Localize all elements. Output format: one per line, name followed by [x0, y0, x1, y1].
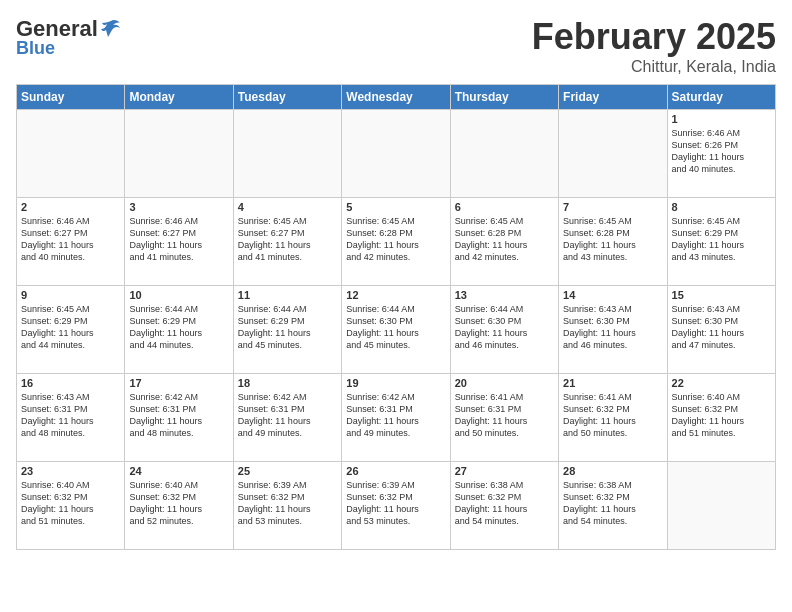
calendar-cell: 13Sunrise: 6:44 AM Sunset: 6:30 PM Dayli… — [450, 286, 558, 374]
day-info: Sunrise: 6:40 AM Sunset: 6:32 PM Dayligh… — [21, 479, 120, 528]
calendar-week-2: 2Sunrise: 6:46 AM Sunset: 6:27 PM Daylig… — [17, 198, 776, 286]
calendar-cell: 1Sunrise: 6:46 AM Sunset: 6:26 PM Daylig… — [667, 110, 775, 198]
calendar-cell — [17, 110, 125, 198]
day-number: 17 — [129, 377, 228, 389]
day-info: Sunrise: 6:43 AM Sunset: 6:30 PM Dayligh… — [672, 303, 771, 352]
logo-blue-text: Blue — [16, 38, 55, 59]
day-number: 9 — [21, 289, 120, 301]
calendar-cell: 26Sunrise: 6:39 AM Sunset: 6:32 PM Dayli… — [342, 462, 450, 550]
day-info: Sunrise: 6:38 AM Sunset: 6:32 PM Dayligh… — [455, 479, 554, 528]
day-info: Sunrise: 6:45 AM Sunset: 6:28 PM Dayligh… — [563, 215, 662, 264]
weekday-header-sunday: Sunday — [17, 85, 125, 110]
day-number: 27 — [455, 465, 554, 477]
calendar-cell: 11Sunrise: 6:44 AM Sunset: 6:29 PM Dayli… — [233, 286, 341, 374]
day-info: Sunrise: 6:40 AM Sunset: 6:32 PM Dayligh… — [672, 391, 771, 440]
day-info: Sunrise: 6:39 AM Sunset: 6:32 PM Dayligh… — [346, 479, 445, 528]
day-number: 22 — [672, 377, 771, 389]
calendar-cell: 21Sunrise: 6:41 AM Sunset: 6:32 PM Dayli… — [559, 374, 667, 462]
day-info: Sunrise: 6:44 AM Sunset: 6:29 PM Dayligh… — [238, 303, 337, 352]
day-info: Sunrise: 6:44 AM Sunset: 6:30 PM Dayligh… — [455, 303, 554, 352]
calendar-cell: 3Sunrise: 6:46 AM Sunset: 6:27 PM Daylig… — [125, 198, 233, 286]
calendar-cell: 18Sunrise: 6:42 AM Sunset: 6:31 PM Dayli… — [233, 374, 341, 462]
calendar-cell: 15Sunrise: 6:43 AM Sunset: 6:30 PM Dayli… — [667, 286, 775, 374]
calendar-cell: 25Sunrise: 6:39 AM Sunset: 6:32 PM Dayli… — [233, 462, 341, 550]
day-number: 11 — [238, 289, 337, 301]
calendar-cell: 17Sunrise: 6:42 AM Sunset: 6:31 PM Dayli… — [125, 374, 233, 462]
calendar-week-1: 1Sunrise: 6:46 AM Sunset: 6:26 PM Daylig… — [17, 110, 776, 198]
day-info: Sunrise: 6:45 AM Sunset: 6:29 PM Dayligh… — [672, 215, 771, 264]
calendar-cell — [450, 110, 558, 198]
logo: General Blue — [16, 16, 122, 59]
calendar-cell: 24Sunrise: 6:40 AM Sunset: 6:32 PM Dayli… — [125, 462, 233, 550]
day-number: 18 — [238, 377, 337, 389]
day-number: 25 — [238, 465, 337, 477]
calendar-cell — [233, 110, 341, 198]
day-number: 12 — [346, 289, 445, 301]
calendar-cell: 4Sunrise: 6:45 AM Sunset: 6:27 PM Daylig… — [233, 198, 341, 286]
day-info: Sunrise: 6:41 AM Sunset: 6:32 PM Dayligh… — [563, 391, 662, 440]
day-info: Sunrise: 6:45 AM Sunset: 6:27 PM Dayligh… — [238, 215, 337, 264]
day-number: 28 — [563, 465, 662, 477]
calendar-cell — [667, 462, 775, 550]
calendar-cell: 28Sunrise: 6:38 AM Sunset: 6:32 PM Dayli… — [559, 462, 667, 550]
day-info: Sunrise: 6:44 AM Sunset: 6:29 PM Dayligh… — [129, 303, 228, 352]
calendar-cell: 12Sunrise: 6:44 AM Sunset: 6:30 PM Dayli… — [342, 286, 450, 374]
page-header: General Blue February 2025 Chittur, Kera… — [16, 16, 776, 76]
day-number: 8 — [672, 201, 771, 213]
day-number: 15 — [672, 289, 771, 301]
day-info: Sunrise: 6:40 AM Sunset: 6:32 PM Dayligh… — [129, 479, 228, 528]
day-number: 19 — [346, 377, 445, 389]
calendar: SundayMondayTuesdayWednesdayThursdayFrid… — [16, 84, 776, 550]
day-number: 14 — [563, 289, 662, 301]
weekday-header-thursday: Thursday — [450, 85, 558, 110]
calendar-week-4: 16Sunrise: 6:43 AM Sunset: 6:31 PM Dayli… — [17, 374, 776, 462]
day-number: 13 — [455, 289, 554, 301]
day-info: Sunrise: 6:39 AM Sunset: 6:32 PM Dayligh… — [238, 479, 337, 528]
day-number: 24 — [129, 465, 228, 477]
calendar-cell: 5Sunrise: 6:45 AM Sunset: 6:28 PM Daylig… — [342, 198, 450, 286]
day-info: Sunrise: 6:44 AM Sunset: 6:30 PM Dayligh… — [346, 303, 445, 352]
day-number: 2 — [21, 201, 120, 213]
calendar-cell: 16Sunrise: 6:43 AM Sunset: 6:31 PM Dayli… — [17, 374, 125, 462]
day-number: 16 — [21, 377, 120, 389]
day-number: 21 — [563, 377, 662, 389]
calendar-cell: 7Sunrise: 6:45 AM Sunset: 6:28 PM Daylig… — [559, 198, 667, 286]
title-block: February 2025 Chittur, Kerala, India — [532, 16, 776, 76]
calendar-week-3: 9Sunrise: 6:45 AM Sunset: 6:29 PM Daylig… — [17, 286, 776, 374]
day-info: Sunrise: 6:42 AM Sunset: 6:31 PM Dayligh… — [238, 391, 337, 440]
day-info: Sunrise: 6:43 AM Sunset: 6:31 PM Dayligh… — [21, 391, 120, 440]
day-info: Sunrise: 6:45 AM Sunset: 6:29 PM Dayligh… — [21, 303, 120, 352]
calendar-cell: 27Sunrise: 6:38 AM Sunset: 6:32 PM Dayli… — [450, 462, 558, 550]
day-info: Sunrise: 6:42 AM Sunset: 6:31 PM Dayligh… — [346, 391, 445, 440]
weekday-header-friday: Friday — [559, 85, 667, 110]
day-number: 10 — [129, 289, 228, 301]
day-number: 1 — [672, 113, 771, 125]
day-number: 6 — [455, 201, 554, 213]
weekday-header-saturday: Saturday — [667, 85, 775, 110]
day-number: 23 — [21, 465, 120, 477]
day-info: Sunrise: 6:38 AM Sunset: 6:32 PM Dayligh… — [563, 479, 662, 528]
calendar-cell: 6Sunrise: 6:45 AM Sunset: 6:28 PM Daylig… — [450, 198, 558, 286]
calendar-week-5: 23Sunrise: 6:40 AM Sunset: 6:32 PM Dayli… — [17, 462, 776, 550]
day-number: 26 — [346, 465, 445, 477]
calendar-cell: 10Sunrise: 6:44 AM Sunset: 6:29 PM Dayli… — [125, 286, 233, 374]
calendar-cell: 23Sunrise: 6:40 AM Sunset: 6:32 PM Dayli… — [17, 462, 125, 550]
day-number: 20 — [455, 377, 554, 389]
day-info: Sunrise: 6:43 AM Sunset: 6:30 PM Dayligh… — [563, 303, 662, 352]
calendar-cell — [125, 110, 233, 198]
day-info: Sunrise: 6:45 AM Sunset: 6:28 PM Dayligh… — [455, 215, 554, 264]
calendar-cell: 22Sunrise: 6:40 AM Sunset: 6:32 PM Dayli… — [667, 374, 775, 462]
weekday-header-tuesday: Tuesday — [233, 85, 341, 110]
day-number: 4 — [238, 201, 337, 213]
calendar-cell: 9Sunrise: 6:45 AM Sunset: 6:29 PM Daylig… — [17, 286, 125, 374]
day-number: 7 — [563, 201, 662, 213]
weekday-header-monday: Monday — [125, 85, 233, 110]
calendar-cell: 20Sunrise: 6:41 AM Sunset: 6:31 PM Dayli… — [450, 374, 558, 462]
calendar-cell — [559, 110, 667, 198]
month-title: February 2025 — [532, 16, 776, 58]
day-info: Sunrise: 6:46 AM Sunset: 6:26 PM Dayligh… — [672, 127, 771, 176]
day-number: 3 — [129, 201, 228, 213]
weekday-header-row: SundayMondayTuesdayWednesdayThursdayFrid… — [17, 85, 776, 110]
day-number: 5 — [346, 201, 445, 213]
weekday-header-wednesday: Wednesday — [342, 85, 450, 110]
